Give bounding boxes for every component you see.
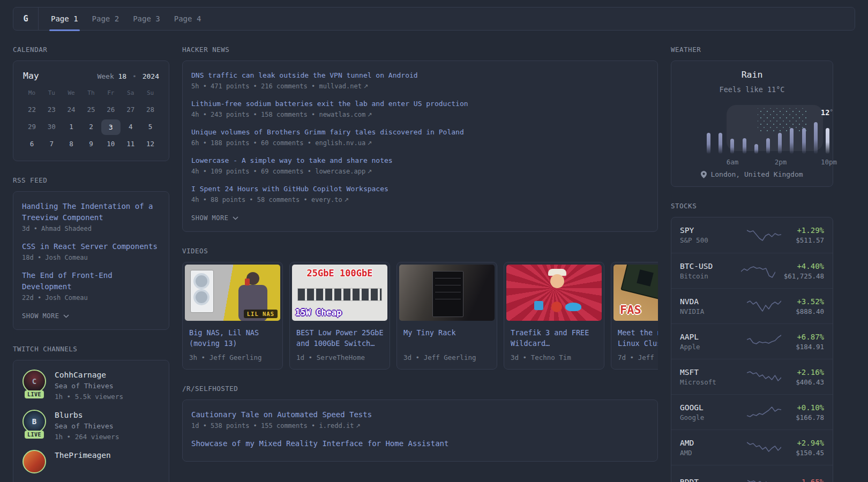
hn-item-title-link[interactable]: Lithium-free sodium batteries exit the l…: [191, 99, 649, 109]
stock-row[interactable]: GOOGLGoogle +0.10%$166.78: [671, 394, 833, 430]
rss-item-title-link[interactable]: Handling The Indentation of a Treeview C…: [22, 201, 160, 223]
stock-name: Google: [680, 413, 732, 421]
twitch-channel-row[interactable]: ThePrimeagen: [22, 450, 160, 481]
hn-show-more-button[interactable]: SHOW MORE: [191, 214, 238, 222]
weather-bar: [730, 139, 734, 154]
hn-item-stats: 4h • 88 points • 58 comments •: [191, 196, 311, 204]
hn-item-stats: 6h • 188 points • 60 comments •: [191, 139, 315, 147]
hn-item-title-link[interactable]: Unique volumes of Brothers Grimm fairy t…: [191, 127, 649, 138]
rss-item-title-link[interactable]: CSS in React Server Components: [22, 241, 160, 252]
tab-page-3[interactable]: Page 3: [126, 7, 167, 30]
twitch-channel-row[interactable]: C LIVE CohhCarnage Sea of Thieves 1h • 5…: [22, 370, 160, 401]
calendar-day: 23: [42, 102, 62, 118]
twitch-channel-meta: 1h • 5.5k viewers: [55, 393, 123, 401]
weather-time-axis: 6am 2pm 10pm: [707, 158, 829, 165]
hn-item-domain: every.to: [311, 196, 342, 204]
hn-item-domain-link[interactable]: newatlas.com↗: [319, 111, 372, 118]
tab-page-2[interactable]: Page 2: [85, 7, 126, 30]
calendar-year: 2024: [143, 72, 159, 80]
calendar-week-info: Week 18 • 2024: [97, 72, 159, 80]
weather-location-label: London, United Kingdom: [710, 170, 803, 178]
video-thumbnail: [506, 265, 602, 321]
calendar-day-today: 3: [101, 119, 121, 135]
calendar-day: 25: [81, 102, 101, 118]
left-column: CALENDAR May Week 18 • 2024 Mo Tu We Th …: [13, 31, 169, 482]
twitch-section-title: TWITCH CHANNELS: [13, 345, 169, 353]
stock-row[interactable]: SPYS&P 500 +1.29%$511.57: [671, 217, 833, 253]
hn-item-title-link[interactable]: Lowercase - A simple way to take and sha…: [191, 155, 649, 166]
weekday-label: Su: [140, 89, 160, 96]
stock-price: $511.57: [796, 236, 824, 244]
stock-name: NVIDIA: [680, 307, 732, 315]
calendar-weekday-row: Mo Tu We Th Fr Sa Su: [22, 89, 160, 96]
weather-location: London, United Kingdom: [671, 170, 833, 178]
hn-item-meta: 4h • 88 points • 58 comments • every.to↗: [191, 196, 649, 204]
hn-item-domain-link[interactable]: every.to↗: [311, 196, 349, 204]
video-title: Traefik 3 and FREE Wildcard…: [511, 327, 597, 349]
calendar-day: 5: [140, 119, 160, 135]
stock-row[interactable]: RDDT -1.65%: [671, 465, 833, 482]
stock-row[interactable]: AMDAMD +2.94%$150.45: [671, 430, 833, 465]
top-nav: G Page 1 Page 2 Page 3 Page 4: [13, 7, 855, 31]
avatar: B: [23, 410, 46, 433]
video-thumbnail: 25GbE 100GbE 15W Cheap: [292, 265, 387, 321]
stock-price: $406.43: [796, 378, 824, 386]
video-card[interactable]: FAS Meet the new Linux Cluster… 7d • Jef…: [611, 262, 658, 370]
hn-item-domain-link[interactable]: lowercase.app↗: [315, 168, 372, 175]
video-card[interactable]: 25GbE 100GbE 15W Cheap BEST Low Power 25…: [289, 262, 390, 370]
stock-row[interactable]: AAPLApple +6.87%$184.91: [671, 323, 833, 359]
hn-item-domain-link[interactable]: mullvad.net↗: [319, 82, 368, 90]
rss-item-meta: 18d • Josh Comeau: [22, 254, 160, 261]
hn-item-title-link[interactable]: DNS traffic can leak outside the VPN tun…: [191, 70, 649, 81]
weather-bar: [826, 128, 829, 154]
reddit-item-title-link[interactable]: Showcase of my Mixed Reality Interface f…: [191, 438, 649, 449]
weather-widget: Rain Feels like 11°C 12° 6am 2pm 10pm Lo…: [671, 61, 833, 187]
hn-item-title-link[interactable]: I Spent 24 Hours with GitHub Copilot Wor…: [191, 184, 649, 194]
reddit-item-title-link[interactable]: Cautionary Tale on Automated Speed Tests: [191, 409, 649, 420]
hn-item-domain: lowercase.app: [315, 168, 365, 175]
app-logo[interactable]: G: [13, 7, 39, 30]
stock-name: S&P 500: [680, 236, 732, 244]
video-thumbnail: [399, 265, 495, 321]
calendar-day: 22: [22, 102, 42, 118]
hn-item-meta: 4h • 243 points • 158 comments • newatla…: [191, 111, 649, 118]
time-tick: 2pm: [775, 158, 787, 166]
live-badge: LIVE: [25, 431, 44, 439]
reddit-item-domain-link[interactable]: i.redd.it↗: [319, 422, 360, 430]
stock-row[interactable]: MSFTMicrosoft +2.16%$406.43: [671, 359, 833, 394]
stock-name: AMD: [680, 449, 732, 457]
hn-item-stats: 4h • 109 points • 69 comments •: [191, 168, 315, 175]
calendar-day: 10: [101, 136, 121, 152]
hn-item-domain-link[interactable]: english.nv.ua↗: [315, 139, 372, 147]
stock-change: +2.94%: [796, 439, 824, 447]
twitch-channel-info: Blurbs Sea of Thieves 1h • 264 viewers: [55, 410, 119, 441]
stock-row[interactable]: NVDANVIDIA +3.52%$888.40: [671, 288, 833, 323]
rss-show-more-button[interactable]: SHOW MORE: [22, 312, 69, 320]
external-link-icon: ↗: [363, 83, 368, 90]
calendar-day: 1: [62, 119, 81, 135]
video-meta: 7d • Jeff Geerling: [618, 353, 658, 362]
stock-change: +6.87%: [796, 333, 824, 341]
weather-bar: [743, 138, 746, 154]
tab-page-1[interactable]: Page 1: [44, 7, 85, 30]
hackernews-section-title: HACKER NEWS: [182, 46, 658, 54]
avatar: C: [23, 370, 46, 393]
twitch-avatar-wrap: C LIVE: [22, 370, 47, 401]
calendar-day: 29: [22, 119, 42, 135]
video-card[interactable]: LIL NAS Big NAS, Lil NAS (moving 13) 3h …: [182, 262, 283, 370]
twitch-channel-info: CohhCarnage Sea of Thieves 1h • 5.5k vie…: [55, 370, 123, 401]
tab-page-4[interactable]: Page 4: [167, 7, 208, 30]
rss-item-title-link[interactable]: The End of Front-End Development: [22, 270, 160, 292]
video-title: Meet the new Linux Cluster…: [618, 327, 658, 349]
hackernews-widget: DNS traffic can leak outside the VPN tun…: [182, 61, 658, 232]
stock-row[interactable]: BTC-USDBitcoin +4.40%$61,725.48: [671, 253, 833, 288]
page-tabs: Page 1 Page 2 Page 3 Page 4: [44, 7, 208, 30]
twitch-channel-row[interactable]: B LIVE Blurbs Sea of Thieves 1h • 264 vi…: [22, 410, 160, 441]
time-tick: 10pm: [821, 158, 837, 166]
video-thumbnail: FAS: [613, 265, 658, 321]
video-meta: 1d • ServeTheHome: [296, 353, 383, 362]
stock-name: Apple: [680, 343, 732, 351]
video-card[interactable]: My Tiny Rack 3d • Jeff Geerling: [396, 262, 497, 370]
hn-item-domain: newatlas.com: [319, 111, 365, 118]
video-card[interactable]: Traefik 3 and FREE Wildcard… 3d • Techno…: [504, 262, 604, 370]
